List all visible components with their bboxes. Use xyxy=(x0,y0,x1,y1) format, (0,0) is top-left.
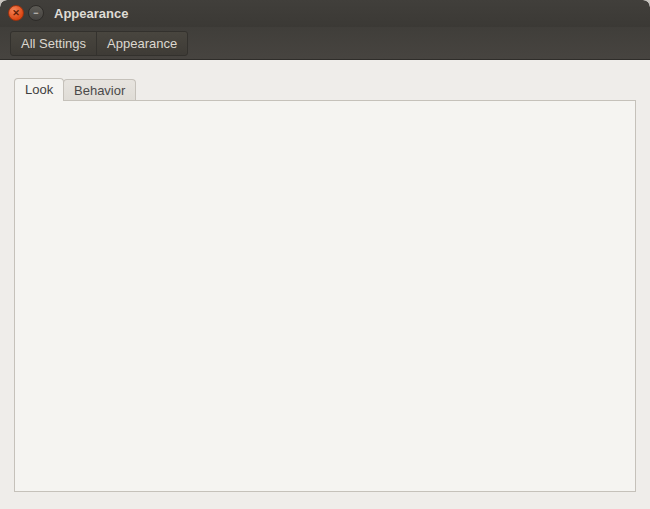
breadcrumb-appearance[interactable]: Appearance xyxy=(96,32,187,55)
content-area: Look Behavior Background Current backgro… xyxy=(0,60,650,509)
close-button[interactable]: ✕ xyxy=(8,5,24,21)
titlebar[interactable]: ✕ − Appearance xyxy=(0,0,650,27)
appearance-window: ✕ − Appearance All Settings Appearance L… xyxy=(0,0,650,509)
window-title: Appearance xyxy=(54,6,128,21)
tab-look[interactable]: Look xyxy=(14,78,64,101)
breadcrumb-all-settings[interactable]: All Settings xyxy=(11,32,96,55)
breadcrumb: All Settings Appearance xyxy=(10,31,188,56)
minimize-icon: − xyxy=(33,9,38,18)
minimize-button[interactable]: − xyxy=(28,5,44,21)
breadcrumb-toolbar: All Settings Appearance xyxy=(0,27,650,60)
look-panel xyxy=(14,100,636,492)
tab-behavior[interactable]: Behavior xyxy=(63,79,136,101)
close-icon: ✕ xyxy=(12,9,20,18)
